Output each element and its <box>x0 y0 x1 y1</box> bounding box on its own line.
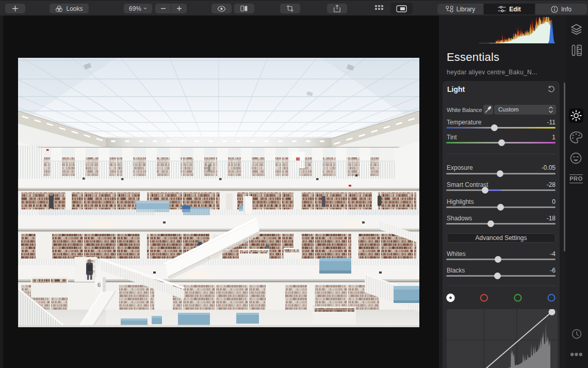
svg-text:6: 6 <box>97 282 101 288</box>
